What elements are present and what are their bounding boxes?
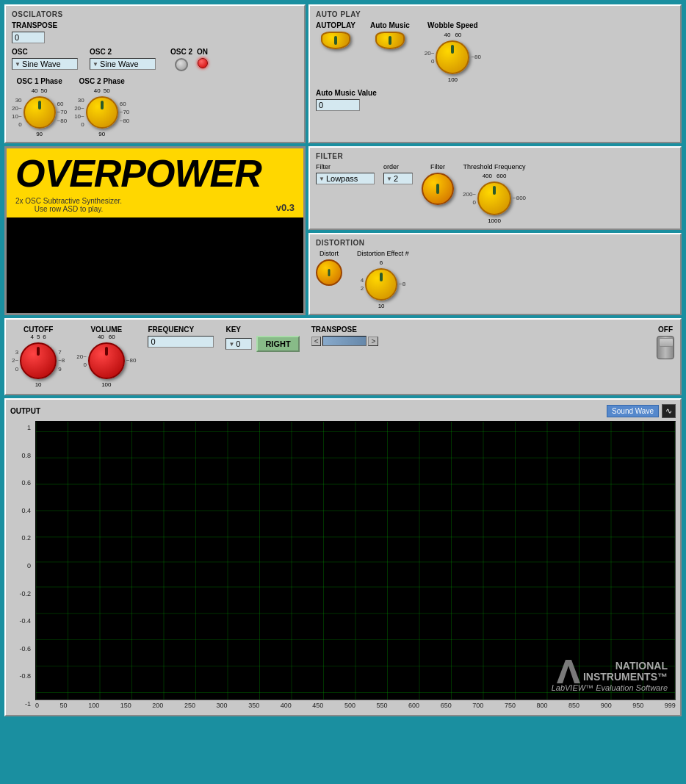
filter-knob-col: Filter xyxy=(422,163,454,205)
filter-value: Lowpass xyxy=(326,174,358,183)
sound-wave-button[interactable]: Sound Wave xyxy=(607,405,659,417)
filter-dropdown-col: Filter ▼ Lowpass xyxy=(316,163,375,184)
volume-label: VOLUME xyxy=(90,326,122,334)
osc2-phase-label: OSC 2 Phase xyxy=(74,77,129,85)
wobble-right: ~80 xyxy=(471,53,481,61)
key-label: KEY xyxy=(225,326,299,334)
x-750: 750 xyxy=(505,702,516,709)
order-col: order ▼ 2 xyxy=(383,163,413,184)
wobble-speed-label: Wobble Speed xyxy=(427,21,478,29)
x-300: 300 xyxy=(217,702,228,709)
effect-knob[interactable] xyxy=(365,268,397,301)
off-label: OFF xyxy=(658,326,673,334)
cutoff-label: CUTOFF xyxy=(24,326,53,334)
ni-logo-icon xyxy=(557,660,580,683)
wobble-knob[interactable] xyxy=(436,40,469,74)
transpose-label: TRANSPOSE xyxy=(12,21,57,29)
transpose-slider-col: TRANSPOSE < > xyxy=(311,326,379,346)
effect-col: Distortion Effect # 4 2 6 10 xyxy=(357,250,409,309)
distortion-row: Distort Distortion Effect # 4 2 xyxy=(316,250,674,309)
transpose-input[interactable] xyxy=(12,32,45,43)
transpose-right-btn[interactable]: > xyxy=(368,337,378,346)
controls-panel: CUTOFF 3 2~ 0 456 10 7 ~8 xyxy=(4,318,682,395)
cutoff-section: CUTOFF 3 2~ 0 456 10 7 ~8 xyxy=(12,326,65,388)
y-0-6: 0.6 xyxy=(21,479,31,486)
filter-row: Filter ▼ Lowpass order ▼ 2 xyxy=(316,163,674,224)
y-0-2: 0.2 xyxy=(21,534,31,542)
autoplay-knob[interactable] xyxy=(321,32,350,49)
overpower-title: OVERPOWER xyxy=(7,148,303,195)
cutoff-knob[interactable] xyxy=(20,342,57,379)
threshold-knob[interactable] xyxy=(477,181,511,215)
off-col: OFF xyxy=(657,326,674,359)
overpower-subtitle-text: 2x OSC Subtractive Synthesizer.Use row A… xyxy=(15,197,122,213)
osc2-phase-knob[interactable] xyxy=(86,96,118,129)
wobble-speed-col: Wobble Speed 20~ 0 4060 100 ~80 xyxy=(425,21,481,83)
key-right-button[interactable]: RIGHT xyxy=(256,336,299,352)
x-500: 500 xyxy=(344,702,355,709)
transpose-col: TRANSPOSE xyxy=(12,21,57,43)
osc2-wave-dropdown[interactable]: ▼ Sine Wave xyxy=(90,58,156,70)
osc1-phase-knob[interactable] xyxy=(24,96,56,129)
waveform-icon: ∿ xyxy=(662,404,676,418)
right-panels: FILTER Filter ▼ Lowpass order xyxy=(308,146,682,315)
x-axis: 0 50 100 150 200 250 300 350 400 450 500… xyxy=(35,700,676,711)
frequency-input[interactable] xyxy=(148,336,214,348)
auto-music-knob[interactable] xyxy=(375,32,405,49)
order-value: 2 xyxy=(394,174,398,183)
x-0: 0 xyxy=(35,702,39,709)
osc2-phase-col: OSC 2 Phase 30 20~ 10~ 0 4050 90 xyxy=(74,77,129,137)
y-neg-1: -1 xyxy=(25,700,31,708)
transpose-left-btn[interactable]: < xyxy=(311,337,322,346)
osc1-wave-dropdown[interactable]: ▼ Sine Wave xyxy=(12,58,78,70)
distort-knob[interactable] xyxy=(316,259,342,286)
threshold-top-scale: 400600 xyxy=(483,173,507,179)
x-250: 250 xyxy=(184,702,195,709)
effect-left: 4 2 xyxy=(361,276,364,292)
effect-top-scale: 6 xyxy=(380,259,383,266)
effect-area: 4 2 6 10 ~8 xyxy=(361,259,406,309)
threshold-knob-area: 400600 1000 xyxy=(477,173,511,224)
oscillators-panel: OSCILATORS TRANSPOSE OSC ▼ Sine Wave xyxy=(4,4,306,143)
ni-labview: LabVIEW™ Evaluation Software xyxy=(552,683,668,692)
distort-label: Distort xyxy=(319,250,339,257)
filter-arrow: ▼ xyxy=(319,176,325,182)
auto-music-value-input[interactable] xyxy=(316,99,360,111)
x-600: 600 xyxy=(408,702,419,709)
y-0-8: 0.8 xyxy=(21,452,31,459)
volume-knob[interactable] xyxy=(88,342,125,379)
phase-row: OSC 1 Phase 30 20~ 10~ 0 4050 90 xyxy=(12,77,298,137)
overpower-desc: 2x OSC Subtractive Synthesizer.Use row A… xyxy=(15,197,122,213)
second-row: OVERPOWER 2x OSC Subtractive Synthesizer… xyxy=(4,146,682,315)
order-dropdown[interactable]: ▼ 2 xyxy=(383,173,413,184)
off-toggle[interactable] xyxy=(657,336,674,359)
transpose-slider-label: TRANSPOSE xyxy=(311,326,379,334)
osc2-connector[interactable] xyxy=(175,58,188,71)
x-50: 50 xyxy=(60,702,68,709)
osc1-phase-area: 30 20~ 10~ 0 4050 90 60 ~70 xyxy=(12,87,67,137)
filter-knob[interactable] xyxy=(422,173,454,205)
top-row: OSCILATORS TRANSPOSE OSC ▼ Sine Wave xyxy=(4,4,682,143)
output-header: OUTPUT Sound Wave ∿ xyxy=(10,404,676,418)
on-led[interactable] xyxy=(198,58,208,68)
osc1-top-scale: 4050 xyxy=(32,87,48,94)
osc1-phase-label: OSC 1 Phase xyxy=(12,77,67,85)
x-100: 100 xyxy=(88,702,99,709)
auto-music-col: Auto Music xyxy=(370,21,410,49)
cutoff-knob-area: 456 10 xyxy=(20,334,57,388)
ni-logo-row: NATIONALINSTRUMENTS™ xyxy=(552,660,668,683)
key-value-input[interactable]: ▼ 0 xyxy=(225,338,252,350)
osc2-arrow: ▼ xyxy=(93,61,98,68)
x-800: 800 xyxy=(536,702,547,709)
wobble-phase-area: 20~ 0 4060 100 ~80 xyxy=(425,32,481,83)
volume-left: 20~ 0 xyxy=(76,353,87,369)
x-550: 550 xyxy=(377,702,388,709)
osc2-col: OSC 2 ▼ Sine Wave xyxy=(90,48,156,70)
order-arrow: ▼ xyxy=(386,176,392,182)
toggle-handle xyxy=(659,338,674,347)
threshold-right: ~800 xyxy=(513,194,526,202)
osc2-phase-area: 30 20~ 10~ 0 4050 90 60 ~70 xyxy=(74,87,129,137)
filter-dropdown[interactable]: ▼ Lowpass xyxy=(316,173,375,184)
autoplay-knob-col: AUTOPLAY xyxy=(316,21,355,49)
x-450: 450 xyxy=(312,702,323,709)
